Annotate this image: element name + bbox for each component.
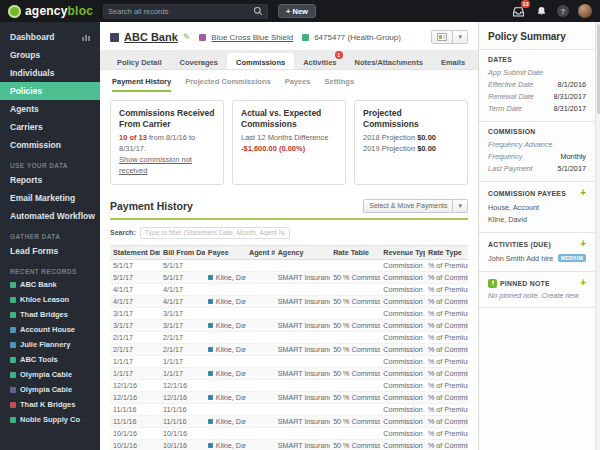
cell-bill-from-date: 2/1/17: [160, 343, 205, 355]
payee-item[interactable]: Kline, David: [488, 213, 586, 225]
sidebar-nav-item[interactable]: Policies: [0, 82, 100, 100]
carrier-link[interactable]: Blue Cross Blue Shield: [211, 33, 293, 42]
table-header-row: Statement Date Bill From Date Payee Agen…: [110, 245, 468, 259]
subtab[interactable]: Settings: [325, 77, 355, 92]
column-header[interactable]: Agency: [275, 245, 330, 259]
cell-rate-type: % of Commission: [425, 439, 468, 450]
table-row[interactable]: 11/1/16 11/1/16 Kline, David SMART Insur…: [110, 415, 468, 427]
subtab[interactable]: Payees: [285, 77, 311, 92]
table-row[interactable]: 2/1/17 2/1/17 Commission % of Premium: [110, 331, 468, 343]
select-move-payments-dropdown[interactable]: ▾: [453, 199, 468, 213]
select-move-payments-button[interactable]: Select & Move Payments: [363, 199, 453, 213]
subtab[interactable]: Projected Commissions: [185, 77, 270, 92]
sidebar-nav-item[interactable]: Individuals: [0, 64, 100, 82]
recent-record-item[interactable]: Olympia Cable: [0, 367, 100, 382]
activity-item[interactable]: John Smith Add hire MEDIUM: [488, 252, 586, 264]
sidebar-nav-item[interactable]: Email Marketing: [0, 189, 100, 207]
cell-statement-date: 12/1/16: [110, 379, 160, 391]
add-payee-icon[interactable]: +: [580, 188, 586, 198]
app-logo[interactable]: agencybloc: [8, 4, 93, 18]
table-row[interactable]: 3/1/17 3/1/17 Commission % of Premium: [110, 307, 468, 319]
table-row[interactable]: 4/1/17 4/1/17 Commission % of Premium: [110, 283, 468, 295]
select-move-payments: Select & Move Payments ▾: [363, 199, 468, 213]
payments-filter-input[interactable]: [140, 227, 290, 239]
column-header[interactable]: Statement Date: [110, 245, 160, 259]
pinned-note-section: PINNED NOTE + No pinned note. Create new: [479, 272, 595, 308]
cell-statement-date: 2/1/17: [110, 343, 160, 355]
tab[interactable]: Emails: [432, 53, 474, 69]
column-header[interactable]: Revenue Type: [380, 245, 425, 259]
sidebar-nav-item[interactable]: Agents: [0, 100, 100, 118]
record-actions-dropdown[interactable]: ▾: [453, 30, 468, 44]
cell-bill-from-date: 10/1/16: [160, 427, 205, 439]
recent-record-item[interactable]: Thad K Bridges: [0, 397, 100, 412]
table-row[interactable]: 10/1/16 10/1/16 Commission % of Premium: [110, 427, 468, 439]
policy-summary-panel: Policy Summary DATES App Submit Date Eff…: [478, 22, 595, 450]
commission-title: COMMISSION: [488, 128, 536, 135]
recent-record-item[interactable]: Noble Supply Co: [0, 412, 100, 427]
recent-record-item[interactable]: Khloe Leason: [0, 292, 100, 307]
bell-icon[interactable]: [534, 4, 548, 18]
tab[interactable]: Coverages: [171, 53, 227, 69]
sidebar-nav-item[interactable]: Commission: [0, 136, 100, 154]
payee-item[interactable]: House, Account: [488, 201, 586, 213]
recent-record-item[interactable]: Julie Flannery: [0, 337, 100, 352]
cell-rate-type: % of Premium: [425, 355, 468, 367]
new-record-button[interactable]: + New: [278, 4, 316, 18]
global-search-input[interactable]: [108, 7, 253, 16]
recent-record-item[interactable]: Account House: [0, 322, 100, 337]
inbox-icon[interactable]: 13: [511, 4, 525, 18]
tab[interactable]: Activities 1: [294, 53, 345, 69]
sidebar-nav-item[interactable]: Lead Forms: [0, 242, 100, 260]
summary-row: Renewal Date8/31/2017: [488, 90, 586, 102]
sidebar-nav-item[interactable]: Dashboard: [0, 28, 100, 46]
record-type-square: [10, 327, 16, 333]
add-note-icon[interactable]: +: [580, 278, 586, 288]
table-row[interactable]: 3/1/17 3/1/17 Kline, David SMART Insuran…: [110, 319, 468, 331]
table-row[interactable]: 5/1/17 5/1/17 Kline, David SMART Insuran…: [110, 271, 468, 283]
column-header[interactable]: Bill From Date: [160, 245, 205, 259]
pin-icon: [488, 279, 497, 288]
sidebar-nav: Dashboard Groups Individuals: [0, 28, 100, 154]
sidebar-nav-item[interactable]: Carriers: [0, 118, 100, 136]
recent-record-item[interactable]: Thad Bridges: [0, 307, 100, 322]
cell-payee: [205, 427, 246, 439]
table-row[interactable]: 10/1/16 10/1/16 Kline, David SMART Insur…: [110, 439, 468, 450]
cell-payee: Kline, David: [205, 271, 246, 283]
tab[interactable]: Notes/Attachments: [346, 53, 432, 69]
tab[interactable]: Workflows: [474, 53, 478, 69]
tab[interactable]: Commissions: [227, 53, 294, 69]
column-header[interactable]: Rate Table: [330, 245, 380, 259]
search-icon[interactable]: [253, 6, 263, 16]
column-header[interactable]: Rate Type: [425, 245, 468, 259]
column-header[interactable]: Agent #: [246, 245, 275, 259]
tab[interactable]: Policy Detail: [108, 53, 171, 69]
table-row[interactable]: 11/1/16 11/1/16 Commission % of Premium: [110, 403, 468, 415]
sidebar-nav-item[interactable]: Reports: [0, 171, 100, 189]
table-row[interactable]: 4/1/17 4/1/17 Kline, David SMART Insuran…: [110, 295, 468, 307]
recent-record-item[interactable]: Olympia Cable: [0, 382, 100, 397]
user-avatar[interactable]: [578, 4, 592, 18]
record-actions-main[interactable]: [431, 30, 453, 44]
table-row[interactable]: 5/1/17 5/1/17 Commission % of Premium: [110, 259, 468, 271]
add-activity-icon[interactable]: +: [580, 239, 586, 249]
scrollbar[interactable]: [595, 22, 600, 450]
subtab[interactable]: Payment History: [112, 77, 171, 92]
recent-record-item[interactable]: ABC Bank: [0, 277, 100, 292]
record-title-link[interactable]: ABC Bank: [124, 31, 178, 43]
table-row[interactable]: 1/1/17 1/1/17 Kline, David SMART Insuran…: [110, 367, 468, 379]
table-row[interactable]: 1/1/17 1/1/17 Commission % of Premium: [110, 355, 468, 367]
recent-record-item[interactable]: ABC Tools: [0, 352, 100, 367]
sidebar-nav-item[interactable]: Groups: [0, 46, 100, 64]
table-row[interactable]: 2/1/17 2/1/17 Kline, David SMART Insuran…: [110, 343, 468, 355]
column-header[interactable]: Payee: [205, 245, 246, 259]
edit-record-icon[interactable]: ✎: [183, 32, 191, 42]
table-row[interactable]: 12/1/16 12/1/16 Commission % of Premium: [110, 379, 468, 391]
summary-row: Term Date8/31/2017: [488, 102, 586, 114]
create-note-link[interactable]: Create new: [542, 291, 579, 300]
sidebar-nav-item[interactable]: Automated Workflow: [0, 207, 100, 225]
global-search: [103, 4, 268, 19]
help-icon[interactable]: ?: [557, 5, 569, 17]
show-commission-not-received-link[interactable]: Show commission not received: [119, 155, 192, 175]
table-row[interactable]: 12/1/16 12/1/16 Kline, David SMART Insur…: [110, 391, 468, 403]
